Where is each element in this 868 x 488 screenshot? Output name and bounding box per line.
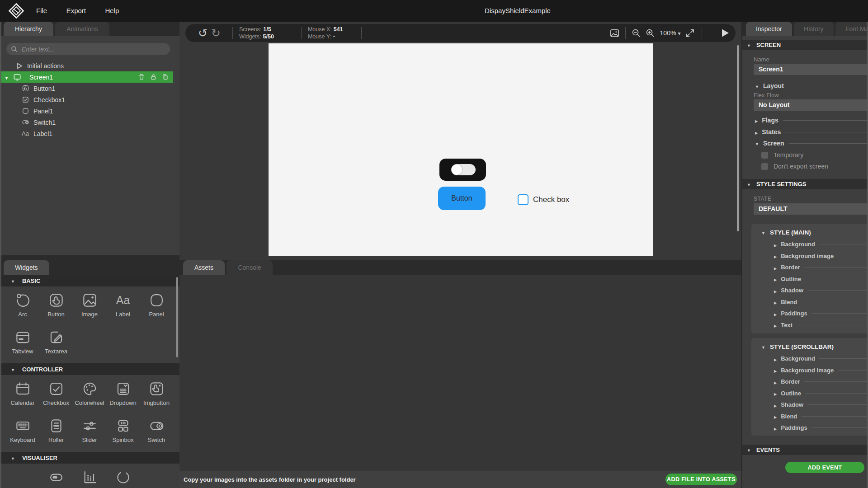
widget-button[interactable]: Button — [39, 289, 73, 326]
top-menu-bar: File Export Help DispayShieldExample — [0, 0, 868, 22]
checkbox-box[interactable] — [761, 152, 768, 159]
style-item-paddings[interactable]: Paddings — [751, 308, 868, 319]
controller-widgets-grid: Calendar Checkbox Colorwheel Dropdown — [0, 375, 179, 452]
caret-down-icon[interactable] — [5, 74, 9, 81]
canvas-checkbox-widget[interactable]: Check box — [518, 194, 569, 205]
style-scrollbar-header[interactable]: STYLE (SCROLLBAR) — [761, 343, 868, 350]
add-file-into-assets-button[interactable]: ADD FILE INTO ASSETS — [665, 474, 737, 485]
widget-panel[interactable]: Panel — [140, 289, 173, 326]
widget-roller[interactable]: Roller — [39, 415, 73, 452]
name-field[interactable]: Screen1 — [754, 64, 868, 75]
design-screen[interactable]: Button Check box — [269, 43, 653, 256]
menu-file[interactable]: File — [36, 0, 47, 22]
tree-item-label1[interactable]: Aa Label1 — [0, 128, 179, 139]
widget-textarea[interactable]: Textarea — [39, 326, 73, 363]
style-item-shadow[interactable]: Shadow — [751, 285, 868, 296]
redo-icon[interactable]: ↺ — [211, 24, 221, 42]
widget-image[interactable]: Image — [73, 289, 106, 326]
widget-chart[interactable]: Chart — [73, 466, 106, 488]
style-main-header[interactable]: STYLE (MAIN) — [761, 229, 868, 236]
widget-spinbox[interactable]: Spinbox — [106, 415, 140, 452]
style-item-paddings[interactable]: Paddings — [751, 422, 868, 434]
widget-switch[interactable]: Switch — [140, 415, 173, 452]
widget-spinner[interactable]: Spinner — [106, 466, 140, 488]
zoom-in-icon[interactable] — [645, 28, 656, 38]
widget-imgbutton[interactable]: Imgbutton — [140, 378, 173, 415]
search-input[interactable] — [21, 45, 158, 53]
dont-export-checkbox[interactable]: Don't export screen — [761, 163, 828, 170]
play-icon[interactable] — [719, 28, 730, 38]
widget-colorwheel[interactable]: Colorwheel — [73, 378, 106, 415]
style-item-background[interactable]: Background — [751, 353, 868, 365]
flags-subsection[interactable]: Flags — [755, 116, 868, 124]
menu-export[interactable]: Export — [66, 0, 86, 22]
canvas-scrollbar[interactable] — [737, 45, 739, 231]
basic-widgets-grid: Arc Button Image Label Panel — [0, 286, 179, 363]
state-field[interactable]: DEFAULT — [754, 203, 868, 215]
style-item-outline[interactable]: Outline — [751, 388, 868, 399]
tree-item-switch1[interactable]: Switch1 — [0, 117, 179, 128]
delete-icon[interactable] — [138, 73, 145, 80]
widget-slider[interactable]: Slider — [73, 415, 106, 452]
add-event-button[interactable]: ADD EVENT — [785, 462, 864, 473]
checkbox-box[interactable] — [761, 163, 768, 170]
screen-subsection[interactable]: Screen — [755, 139, 868, 147]
style-item-background[interactable]: Background — [751, 239, 868, 250]
section-basic[interactable]: BASIC — [0, 275, 179, 286]
tab-animations[interactable]: Animations — [55, 22, 109, 36]
section-visualiser[interactable]: VISUALISER — [0, 452, 179, 464]
style-item-blend[interactable]: Blend — [751, 411, 868, 422]
tab-assets[interactable]: Assets — [183, 260, 225, 275]
zoom-out-icon[interactable] — [631, 28, 642, 38]
tab-hierarchy[interactable]: Hierarchy — [4, 22, 53, 36]
widget-arc[interactable]: Arc — [6, 289, 39, 326]
widget-label: Tabview — [12, 348, 33, 355]
tree-item-initial-actions[interactable]: Initial actions — [0, 60, 179, 71]
style-item-outline[interactable]: Outline — [751, 273, 868, 285]
style-item-background-image[interactable]: Background image — [751, 365, 868, 376]
widget-keyboard[interactable]: Keyboard — [6, 415, 39, 452]
canvas-switch-widget[interactable] — [439, 159, 486, 181]
widgets-scrollbar[interactable] — [176, 277, 178, 357]
search-box[interactable] — [6, 43, 170, 55]
canvas-area[interactable]: Button Check box ↺ ↺ Screens:1/5 Widgets… — [179, 22, 741, 260]
tree-item-button1[interactable]: Button1 — [0, 83, 179, 94]
widget-calendar[interactable]: Calendar — [6, 378, 39, 415]
states-subsection[interactable]: States — [755, 128, 868, 136]
style-item-background-image[interactable]: Background image — [751, 250, 868, 262]
unlock-icon[interactable] — [150, 73, 157, 80]
style-settings-header[interactable]: STYLE SETTINGS — [742, 179, 868, 189]
temporary-checkbox[interactable]: Temporary — [761, 151, 803, 159]
duplicate-icon[interactable] — [161, 73, 169, 80]
layout-subsection[interactable]: Layout — [755, 82, 868, 90]
tree-item-checkbox1[interactable]: Checkbox1 — [0, 94, 179, 105]
style-item-blend[interactable]: Blend — [751, 296, 868, 308]
tree-item-panel1[interactable]: Panel1 — [0, 105, 179, 117]
widget-tabview[interactable]: Tabview — [6, 326, 39, 363]
tree-item-screen1[interactable]: Screen1 — [0, 71, 173, 83]
undo-icon[interactable]: ↺ — [198, 24, 208, 42]
zoom-level-value[interactable]: 100% — [660, 29, 676, 37]
style-item-border[interactable]: Border — [751, 262, 868, 273]
section-controller[interactable]: CONTROLLER — [0, 363, 179, 375]
tab-font-manager[interactable]: Font Manager — [835, 22, 868, 36]
fit-screen-icon[interactable] — [685, 28, 695, 38]
widget-dropdown[interactable]: Dropdown — [106, 378, 140, 415]
zoom-dropdown-icon[interactable] — [678, 29, 680, 37]
events-section-header[interactable]: EVENTS — [742, 445, 868, 455]
widget-bar[interactable]: Bar — [39, 466, 73, 488]
flex-flow-field[interactable]: No Layout — [754, 99, 868, 111]
tab-console[interactable]: Console — [226, 260, 272, 275]
background-image-icon[interactable] — [609, 28, 620, 38]
menu-help[interactable]: Help — [105, 0, 119, 22]
style-item-border[interactable]: Border — [751, 376, 868, 388]
screen-section-header[interactable]: SCREEN — [742, 40, 868, 50]
widget-checkbox[interactable]: Checkbox — [39, 378, 73, 415]
widget-label[interactable]: Label — [106, 289, 140, 326]
tab-inspector[interactable]: Inspector — [746, 22, 792, 36]
tab-widgets[interactable]: Widgets — [4, 260, 49, 275]
canvas-button-widget[interactable]: Button — [438, 187, 486, 210]
tab-history[interactable]: History — [794, 22, 834, 36]
style-item-text[interactable]: Text — [751, 319, 868, 331]
style-item-shadow[interactable]: Shadow — [751, 399, 868, 411]
